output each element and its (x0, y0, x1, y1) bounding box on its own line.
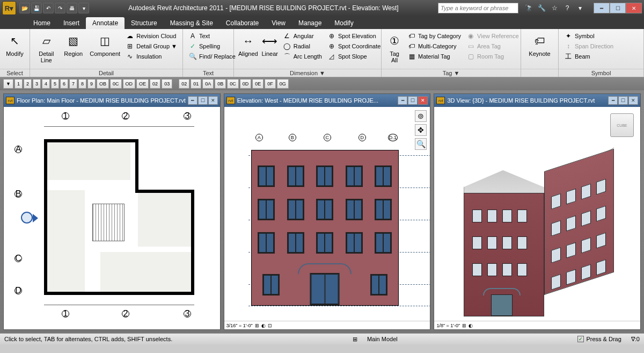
minimize-button[interactable]: ━ (594, 3, 610, 13)
zoom-icon[interactable]: 🔍 (415, 138, 427, 150)
view-minimize-button[interactable]: ━ (188, 96, 197, 105)
main-model-dropdown[interactable]: Main Model (367, 336, 398, 342)
app-menu-icon[interactable]: R▾ (2, 1, 16, 15)
view-close-button[interactable]: ✕ (628, 96, 638, 105)
tab-home[interactable]: Home (27, 17, 57, 29)
view-titlebar[interactable]: rvt Elevation: West - MEDIUM RISE BUILDI… (224, 94, 430, 107)
workset-button[interactable]: OD (123, 79, 136, 89)
plan-canvas[interactable]: 1 2 3 1 2 3 A B C D (4, 107, 220, 329)
tab-structure[interactable]: Structure (125, 17, 164, 29)
modify-button[interactable]: ↖ Modify (3, 31, 26, 58)
view-maximize-button[interactable]: ☐ (198, 96, 208, 105)
aligned-button[interactable]: ↔ Aligned (237, 31, 259, 58)
workset-button[interactable]: 7 (69, 79, 77, 89)
workset-button[interactable]: 0A (202, 79, 214, 89)
view-scale[interactable]: 1/8" = 1'-0" (436, 323, 460, 328)
qat-more-icon[interactable]: ▾ (78, 3, 89, 13)
arc-length-button[interactable]: ⌒Arc Length (281, 52, 324, 61)
workset-button[interactable]: 0D (240, 79, 252, 89)
view-control-icon[interactable]: ⊞ (255, 323, 259, 328)
tab-manage[interactable]: Manage (292, 17, 328, 29)
view-maximize-button[interactable]: ☐ (408, 96, 418, 105)
workset-button[interactable]: 0F (265, 79, 276, 89)
help-search-input[interactable] (438, 3, 518, 13)
text-button[interactable]: AText (186, 31, 238, 41)
workset-button[interactable]: 1 (14, 79, 23, 89)
elevation-marker-icon[interactable] (21, 212, 33, 224)
help-icon[interactable]: ? (562, 3, 572, 13)
view-close-button[interactable]: ✕ (208, 96, 218, 105)
view-close-button[interactable]: ✕ (418, 96, 428, 105)
3d-canvas[interactable]: CUBE (434, 107, 640, 321)
elevation-canvas[interactable]: ⊚ ✥ 🔍 A B C D D.1 (224, 107, 430, 321)
filter-funnel-icon[interactable]: ▼ (3, 79, 13, 89)
workset-button[interactable]: 03 (162, 79, 172, 89)
workset-button[interactable]: OB (97, 79, 109, 89)
pan-icon[interactable]: ✥ (415, 124, 427, 136)
workset-button[interactable]: 5 (51, 79, 59, 89)
qat-undo-icon[interactable]: ↶ (43, 3, 54, 13)
workset-button[interactable]: 6 (60, 79, 68, 89)
view-titlebar[interactable]: rvt 3D View: {3D} - MEDIUM RISE BUILDING… (434, 94, 640, 107)
spelling-button[interactable]: ✓Spelling (186, 41, 238, 51)
symbol-button[interactable]: ✦Symbol (562, 31, 616, 41)
component-button[interactable]: ◫ Component (87, 31, 122, 58)
spot-coordinate-button[interactable]: ⊕Spot Coordinate (325, 41, 383, 51)
workset-button[interactable]: 4 (42, 79, 50, 89)
workset-button[interactable]: 01 (191, 79, 201, 89)
material-tag-button[interactable]: ▦Material Tag (405, 52, 463, 61)
revision-cloud-button[interactable]: ☁Revision Cloud (123, 31, 179, 41)
view-control-icon[interactable]: ◐ (469, 323, 473, 328)
workset-button[interactable]: 9 (87, 79, 96, 89)
view-minimize-button[interactable]: ━ (608, 96, 618, 105)
workset-button[interactable]: 8 (78, 79, 86, 89)
view-control-icon[interactable]: ◐ (261, 323, 266, 328)
maximize-button[interactable]: ☐ (610, 3, 626, 13)
tab-massing[interactable]: Massing & Site (164, 17, 219, 29)
radial-button[interactable]: ◯Radial (281, 41, 324, 51)
view-control-icon[interactable]: ⊡ (268, 323, 272, 328)
linear-button[interactable]: ⟷ Linear (260, 31, 280, 58)
workset-button[interactable]: OE (136, 79, 149, 89)
keynote-button[interactable]: 🏷 Keynote (524, 31, 555, 58)
multi-category-button[interactable]: 🏷Multi-Category (405, 41, 463, 51)
workset-button[interactable]: 0C (110, 79, 122, 89)
workset-button[interactable]: 0G (277, 79, 289, 89)
view-titlebar[interactable]: rvt Floor Plan: Main Floor - MEDIUM RISE… (4, 94, 220, 107)
qat-print-icon[interactable]: 🖶 (67, 3, 77, 13)
detail-group-button[interactable]: ⊞Detail Group ▼ (123, 41, 179, 51)
workset-button[interactable]: 02 (179, 79, 189, 89)
workset-button[interactable]: 2 (24, 79, 32, 89)
tab-insert[interactable]: Insert (57, 17, 86, 29)
close-button[interactable]: ✕ (626, 3, 642, 13)
beam-button[interactable]: 工Beam (562, 52, 616, 61)
spot-elevation-button[interactable]: ⊕Spot Elevation (325, 31, 383, 41)
view-minimize-button[interactable]: ━ (398, 96, 407, 105)
workset-icon[interactable]: ⊞ (353, 336, 357, 343)
workset-button[interactable]: 02 (150, 79, 160, 89)
region-button[interactable]: ▧ Region (61, 31, 87, 58)
insulation-button[interactable]: ∿Insulation (123, 52, 179, 61)
binoculars-icon[interactable]: 🔭 (524, 3, 533, 13)
filter-icon[interactable]: ∇:0 (631, 336, 640, 343)
view-control-icon[interactable]: ⊞ (462, 323, 466, 328)
dropdown-icon[interactable]: ▾ (575, 3, 585, 13)
workset-button[interactable]: 3 (33, 79, 41, 89)
spot-slope-button[interactable]: ◿Spot Slope (325, 52, 383, 61)
tag-by-category-button[interactable]: 🏷Tag by Category (405, 31, 463, 41)
angular-button[interactable]: ∠Angular (281, 31, 324, 41)
tab-modify[interactable]: Modify (328, 17, 360, 29)
view-scale[interactable]: 3/16" = 1'-0" (226, 323, 253, 328)
tab-annotate[interactable]: Annotate (86, 17, 125, 29)
steering-wheel-icon[interactable]: ⊚ (415, 110, 427, 122)
tag-all-button[interactable]: ① Tag All (385, 31, 404, 64)
workset-button[interactable]: 0E (252, 79, 264, 89)
qat-open-icon[interactable]: 📂 (19, 3, 30, 13)
view-maximize-button[interactable]: ☐ (618, 96, 628, 105)
press-drag-toggle[interactable]: ✓ Press & Drag (577, 336, 621, 342)
tab-collaborate[interactable]: Collaborate (219, 17, 265, 29)
find-replace-button[interactable]: 🔍Find/ Replace (186, 52, 238, 61)
workset-button[interactable]: 0C (227, 79, 239, 89)
star-icon[interactable]: ☆ (550, 3, 559, 13)
qat-redo-icon[interactable]: ↷ (55, 3, 65, 13)
